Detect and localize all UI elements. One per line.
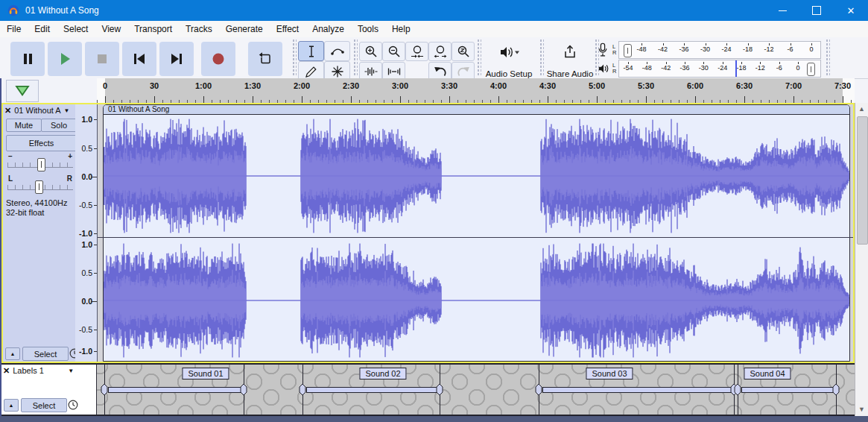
- audio-track-menu-caret-icon[interactable]: ▼: [64, 107, 70, 114]
- close-button[interactable]: ✕: [834, 0, 868, 21]
- pan-slider[interactable]: L R: [7, 176, 73, 192]
- menu-help[interactable]: Help: [385, 22, 417, 37]
- scroll-down-icon[interactable]: ▼: [855, 403, 868, 415]
- playback-meter-scale[interactable]: -54-48-42-36-30-24-18-12-60: [618, 60, 821, 78]
- label-drag-handle[interactable]: [100, 383, 110, 396]
- menu-view[interactable]: View: [95, 22, 127, 37]
- effects-button[interactable]: Effects: [6, 135, 77, 151]
- scroll-up-icon[interactable]: ▲: [855, 103, 868, 115]
- pan-slider-thumb[interactable]: [35, 180, 43, 194]
- audacity-logo-icon: [7, 4, 19, 16]
- recording-meter[interactable]: LR-48-42-36-30-24-18-12-60: [598, 41, 824, 58]
- label-region-bar[interactable]: [306, 387, 437, 393]
- audacity-window: 01 Without A Song ✕ FileEditSelectViewTr…: [0, 0, 868, 422]
- toolbar-grip[interactable]: [826, 39, 830, 76]
- meter-tick-label: -24: [721, 45, 731, 53]
- collapse-label-track-button[interactable]: ▲: [4, 399, 19, 412]
- label-region-bar[interactable]: [108, 387, 241, 393]
- minimize-button[interactable]: [765, 0, 799, 21]
- collapse-track-button[interactable]: ▲: [5, 347, 20, 360]
- zoom-fit-project-button[interactable]: [428, 42, 452, 61]
- scrollbar-thumb[interactable]: [857, 116, 868, 245]
- record-button[interactable]: [201, 42, 235, 76]
- menu-transport[interactable]: Transport: [127, 22, 179, 37]
- playback-meter-volume-knob[interactable]: [807, 63, 815, 76]
- recording-meter-scale[interactable]: -48-42-36-30-24-18-12-60: [618, 41, 821, 59]
- playback-meter[interactable]: LR-54-48-42-36-30-24-18-12-60: [598, 60, 824, 77]
- label-track-name[interactable]: Labels 1: [13, 366, 65, 375]
- ruler-label: 4:30: [539, 81, 556, 90]
- zoom-to-selection-button[interactable]: [405, 42, 428, 61]
- vruler-value: -0.5: [79, 325, 92, 334]
- audio-setup-label: Audio Setup: [486, 69, 533, 78]
- label-drag-handle[interactable]: [298, 383, 308, 396]
- gain-min-label: −: [8, 152, 13, 160]
- label-text-badge[interactable]: Sound 04: [744, 368, 791, 380]
- zoom-toggle-button[interactable]: [452, 42, 475, 61]
- meter-tick-label: -30: [700, 45, 710, 53]
- zoom-out-button[interactable]: [382, 42, 405, 61]
- label-track-menu-caret-icon[interactable]: ▼: [68, 368, 74, 374]
- skip-to-start-button[interactable]: [122, 42, 156, 76]
- clip-header[interactable]: 01 Without A Song: [104, 105, 849, 115]
- label-text-badge[interactable]: Sound 02: [359, 368, 406, 380]
- label-drag-handle[interactable]: [534, 383, 544, 396]
- label-track-select-button[interactable]: Select: [21, 398, 67, 412]
- label-region-bar[interactable]: [741, 387, 834, 393]
- audio-track-name[interactable]: 01 Without A: [14, 106, 60, 115]
- menu-file[interactable]: File: [0, 22, 28, 37]
- share-audio-button[interactable]: Share Audio: [544, 40, 596, 81]
- gain-slider-thumb[interactable]: [37, 158, 45, 171]
- audio-setup-button[interactable]: Audio Setup: [480, 40, 538, 81]
- solo-button[interactable]: Solo: [41, 119, 77, 132]
- timeline-corner: [1, 78, 97, 104]
- menu-tools[interactable]: Tools: [351, 22, 385, 37]
- vertical-scrollbar[interactable]: ▲ ▼: [855, 103, 868, 416]
- label-drag-handle[interactable]: [239, 383, 249, 396]
- label-region-bar[interactable]: [542, 387, 732, 393]
- maximize-button[interactable]: [799, 0, 834, 21]
- menu-effect[interactable]: Effect: [270, 22, 305, 37]
- stereo-waveform[interactable]: [104, 115, 849, 361]
- vruler-value: 1.0: [81, 115, 92, 124]
- recording-meter-volume-knob[interactable]: [624, 44, 632, 57]
- label-text-badge[interactable]: Sound 03: [586, 368, 633, 380]
- play-icon: [56, 50, 74, 68]
- menu-tracks[interactable]: Tracks: [179, 22, 219, 37]
- vruler-value: -1.0: [79, 229, 92, 238]
- timeline-options-button[interactable]: [6, 80, 39, 102]
- label-drag-handle[interactable]: [733, 383, 743, 396]
- zoom-in-icon: [364, 44, 378, 59]
- play-button[interactable]: [48, 42, 82, 76]
- zoom-in-button[interactable]: [359, 42, 382, 61]
- label-drag-handle[interactable]: [831, 383, 841, 396]
- label-sync-lock-clock-icon[interactable]: [68, 400, 78, 410]
- label-text-badge[interactable]: Sound 01: [182, 368, 229, 380]
- horizontal-scrollbar-strip[interactable]: [0, 416, 868, 422]
- menu-generate[interactable]: Generate: [219, 22, 270, 37]
- stop-button[interactable]: [85, 42, 119, 76]
- title-bar: 01 Without A Song: [0, 0, 868, 21]
- audio-track-close-button[interactable]: ✕: [4, 107, 11, 115]
- label-drag-handle[interactable]: [435, 383, 445, 396]
- selection-tool-button[interactable]: [298, 41, 324, 61]
- ruler-label: 6:30: [736, 81, 753, 90]
- menu-select[interactable]: Select: [57, 22, 95, 37]
- menu-edit[interactable]: Edit: [28, 22, 57, 37]
- toolbar-grip[interactable]: [353, 39, 358, 76]
- label-track-area[interactable]: Sound 01Sound 02Sound 03Sound 04: [97, 365, 855, 415]
- audio-track-select-button[interactable]: Select: [22, 347, 69, 361]
- mute-button[interactable]: Mute: [6, 119, 42, 132]
- menu-analyze[interactable]: Analyze: [305, 22, 351, 37]
- envelope-tool-button[interactable]: [324, 41, 350, 61]
- timeline-ruler[interactable]: 0301:001:302:002:303:003:304:004:305:005…: [97, 78, 855, 104]
- toolbar-grip[interactable]: [292, 39, 297, 76]
- ruler-label: 3:00: [392, 81, 408, 90]
- gain-slider[interactable]: − +: [7, 154, 73, 170]
- label-track-close-button[interactable]: ✕: [3, 367, 10, 375]
- loop-button[interactable]: [248, 42, 282, 76]
- pause-button[interactable]: [10, 42, 45, 76]
- skip-to-end-button[interactable]: [159, 42, 194, 76]
- meter-tick-label: -24: [717, 64, 727, 72]
- vruler-value: 0.5: [81, 268, 92, 277]
